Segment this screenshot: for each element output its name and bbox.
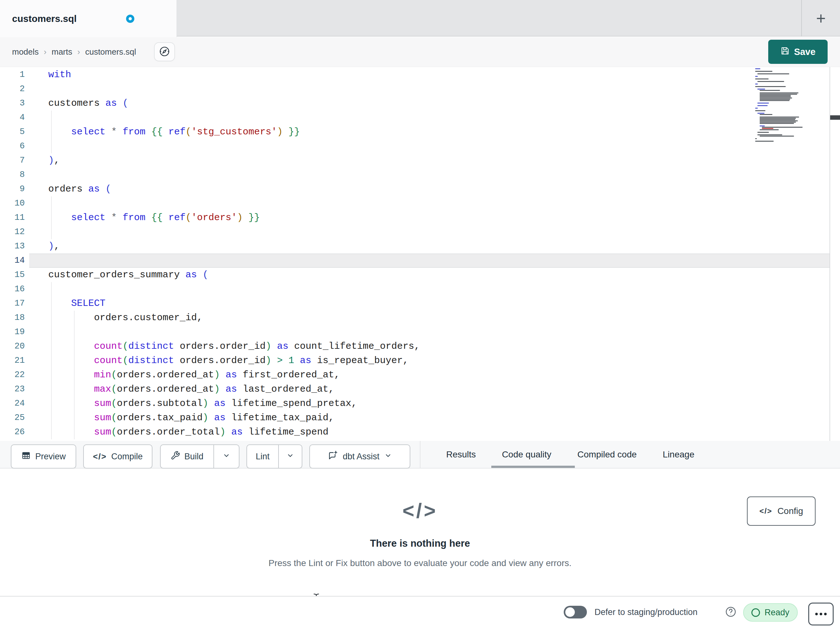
line-content: customers as ( [48, 96, 128, 111]
breadcrumb-separator: › [44, 47, 47, 57]
code-line-8[interactable]: 8 [0, 168, 840, 182]
code-line-21[interactable]: 21 count(distinct orders.order_id) > 1 a… [0, 354, 840, 368]
line-number: 2 [0, 82, 27, 96]
minimap-line [759, 117, 799, 117]
code-line-12[interactable]: 12 [0, 225, 840, 239]
breadcrumb-item-customers-sql[interactable]: customers.sql [85, 47, 136, 57]
line-content: sum(orders.order_total) as lifetime_spen… [48, 425, 328, 439]
code-line-4[interactable]: 4 [0, 111, 840, 125]
new-tab-button[interactable]: + [802, 0, 840, 36]
code-line-23[interactable]: 23 max(orders.ordered_at) as last_ordere… [0, 382, 840, 396]
line-number: 5 [0, 125, 27, 139]
file-tab-customers-sql[interactable]: customers.sql [0, 0, 177, 37]
file-explore-button[interactable] [154, 42, 175, 61]
code-line-18[interactable]: 18 orders.customer_id, [0, 311, 840, 325]
code-line-13[interactable]: 13), [0, 239, 840, 253]
tab-code-quality[interactable]: Code quality [502, 449, 551, 460]
minimap-line [759, 118, 796, 119]
minimap-line [758, 132, 769, 133]
minimap-line [762, 128, 773, 129]
line-number: 15 [0, 268, 27, 282]
minimap-line [759, 114, 772, 115]
line-content: ), [48, 153, 60, 168]
build-button[interactable]: Build [161, 445, 213, 468]
breadcrumb-item-marts[interactable]: marts [52, 47, 73, 57]
build-button-label: Build [184, 452, 203, 462]
empty-state-subtitle: Press the Lint or Fix button above to ev… [0, 558, 840, 568]
code-line-17[interactable]: 17 SELECT [0, 296, 840, 311]
minimap-line [759, 119, 795, 120]
line-number: 22 [0, 368, 27, 382]
line-content: min(orders.ordered_at) as first_ordered_… [48, 368, 340, 382]
code-line-25[interactable]: 25 sum(orders.tax_paid) as lifetime_tax_… [0, 411, 840, 425]
defer-label: Defer to staging/production [595, 596, 698, 628]
minimap-line [759, 125, 765, 127]
build-dropdown-button[interactable] [213, 445, 239, 468]
dbt-assist-button[interactable]: dbt Assist [309, 445, 410, 468]
line-content: with [48, 68, 71, 82]
line-number: 11 [0, 210, 27, 225]
minimap-line [755, 138, 757, 139]
code-line-15[interactable]: 15customer_orders_summary as ( [0, 268, 840, 282]
code-editor[interactable]: 1with23customers as (45 select * from {{… [0, 67, 840, 441]
editor-scrollbar[interactable] [829, 67, 840, 441]
ready-circle-icon [752, 608, 760, 617]
code-line-1[interactable]: 1with [0, 68, 840, 82]
code-line-26[interactable]: 26 sum(orders.order_total) as lifetime_s… [0, 425, 840, 439]
code-line-10[interactable]: 10 [0, 196, 840, 210]
tab-results[interactable]: Results [446, 449, 476, 460]
unsaved-indicator-dot [126, 14, 134, 23]
line-number: 26 [0, 425, 27, 439]
code-line-20[interactable]: 20 count(distinct orders.order_id) as co… [0, 339, 840, 354]
code-line-19[interactable]: 19 [0, 325, 840, 339]
lint-button[interactable]: Lint [247, 445, 278, 468]
compass-icon [158, 46, 171, 59]
minimap-line [758, 105, 767, 106]
defer-toggle[interactable] [564, 606, 587, 619]
tab-lineage[interactable]: Lineage [663, 449, 695, 460]
save-button[interactable]: Save [768, 40, 827, 64]
code-line-2[interactable]: 2 [0, 82, 840, 96]
line-content: orders as ( [48, 182, 111, 196]
code-line-7[interactable]: 7), [0, 153, 840, 168]
code-line-11[interactable]: 11 select * from {{ ref('orders') }} [0, 210, 840, 225]
breadcrumb-separator: › [77, 47, 81, 57]
code-line-14[interactable]: 14 [0, 253, 840, 268]
code-line-24[interactable]: 24 sum(orders.subtotal) as lifetime_spen… [0, 396, 840, 411]
lint-dropdown-button[interactable] [278, 445, 302, 468]
line-number: 21 [0, 354, 27, 368]
wrench-icon [171, 451, 180, 462]
compile-button-label: Compile [111, 452, 142, 462]
code-line-6[interactable]: 6 [0, 139, 840, 153]
more-options-button[interactable] [808, 603, 834, 625]
code-line-5[interactable]: 5 select * from {{ ref('stg_customers') … [0, 125, 840, 139]
indent-guide [51, 225, 52, 239]
config-button[interactable]: </> Config [747, 497, 816, 526]
minimap[interactable] [755, 68, 804, 144]
line-number: 23 [0, 382, 27, 396]
line-number: 19 [0, 325, 27, 339]
editor-scrollbar-thumb[interactable] [830, 115, 840, 120]
dot-icon [815, 613, 818, 615]
compile-button[interactable]: </> Compile [83, 445, 152, 468]
help-icon[interactable] [725, 606, 737, 618]
minimap-line [759, 100, 789, 101]
code-icon: </> [403, 499, 437, 522]
breadcrumb: models›marts›customers.sql [12, 37, 136, 67]
code-line-9[interactable]: 9orders as ( [0, 182, 840, 196]
code-brackets-icon: </> [93, 452, 107, 462]
code-line-22[interactable]: 22 min(orders.ordered_at) as first_order… [0, 368, 840, 382]
chevron-down-icon [222, 451, 231, 462]
status-ready-badge[interactable]: Ready [743, 603, 798, 622]
indent-guide [51, 325, 52, 339]
breadcrumb-item-models[interactable]: models [12, 47, 39, 57]
line-number: 4 [0, 111, 27, 125]
preview-button[interactable]: Preview [11, 445, 76, 468]
preview-button-label: Preview [35, 452, 66, 462]
line-number: 16 [0, 282, 27, 296]
status-bar: Defer to staging/production Ready [0, 596, 840, 628]
code-line-3[interactable]: 3customers as ( [0, 96, 840, 111]
indent-guide [74, 325, 75, 339]
code-line-16[interactable]: 16 [0, 282, 840, 296]
tab-compiled-code[interactable]: Compiled code [577, 449, 637, 460]
